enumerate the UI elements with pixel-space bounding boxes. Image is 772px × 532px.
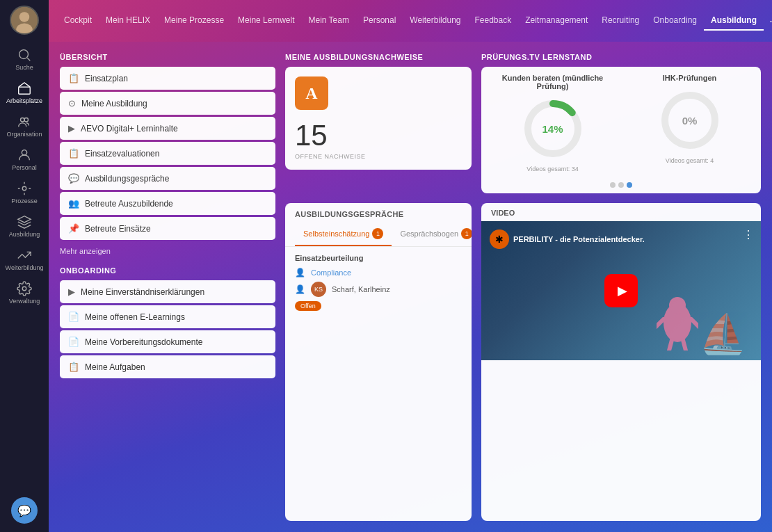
- nachweise-number: 15: [295, 121, 328, 150]
- svg-point-1: [19, 12, 29, 22]
- pruefung-footer-1: Videos gesamt: 34: [526, 166, 578, 172]
- svg-point-7: [24, 118, 29, 122]
- sidebar-item-arbeitsplaetze[interactable]: Arbeitsplätze: [0, 76, 49, 108]
- video-logo: ✱ PERBILITY - die Potenzialentdecker.: [490, 229, 645, 249]
- nav-meine-lernwelt[interactable]: Meine Lernwelt: [231, 11, 301, 31]
- sidebar-item-weiterbildung[interactable]: Weiterbildung: [0, 243, 49, 275]
- einverstaendnis-icon: ▶: [68, 287, 75, 297]
- status-badge: Offen: [295, 301, 321, 311]
- top-navigation: Cockpit Mein HELIX Meine Prozesse Meine …: [49, 0, 772, 42]
- menu-item-aevo[interactable]: ▶ AEVO Digital+ Lerninhalte: [60, 117, 275, 140]
- gespraeche-icon: 💬: [68, 173, 79, 184]
- gespraeche-content: Einsatzbeurteilung 👤 Compliance 👤 KS Sch…: [285, 247, 472, 322]
- nav-weiterbildung[interactable]: Weiterbildung: [403, 11, 467, 31]
- pruefung-title-1: Kunden beraten (mündliche Prüfung): [491, 74, 614, 90]
- nav-feedback[interactable]: Feedback: [467, 11, 518, 31]
- tab-selbsteinschaetzung[interactable]: Selbsteinschätzung 1: [295, 223, 392, 246]
- badge-selbst: 1: [372, 228, 383, 239]
- donut-2: 0%: [659, 89, 721, 152]
- menu-item-e-learnings[interactable]: 📄 Meine offenen E-Learnings: [60, 305, 275, 328]
- video-wrapper: VIDEO ✱ PERBILITY - die Potenzialentdeck…: [481, 203, 761, 521]
- svg-point-9: [22, 186, 26, 191]
- video-more-button[interactable]: ⋮: [743, 228, 754, 241]
- pruefung-wrapper: PRÜFUNGS.TV LERNSTAND Kunden beraten (mü…: [481, 53, 761, 193]
- menu-item-ausbildungsgespraeche[interactable]: 💬 Ausbildungsgespräche: [60, 167, 275, 190]
- svg-line-16: [657, 319, 664, 330]
- nav-cockpit[interactable]: Cockpit: [57, 11, 99, 31]
- avatar[interactable]: [10, 6, 39, 35]
- vorbereitung-icon: 📄: [68, 337, 79, 347]
- nav-zeitmanagement[interactable]: Zeitmanagement: [518, 11, 595, 31]
- main-content: Cockpit Mein HELIX Meine Prozesse Meine …: [49, 0, 772, 532]
- tab-gespraechsbogen[interactable]: Gesprächsbogen 1: [392, 223, 472, 246]
- gespraeche-row-link: 👤 Compliance: [295, 268, 462, 277]
- sidebar-item-organisation[interactable]: Organisation: [0, 110, 49, 142]
- pruefung-footer-2: Videos gesamt: 4: [666, 157, 714, 164]
- video-play-button[interactable]: [604, 274, 638, 307]
- content-area: ÜBERSICHT 📋 Einsatzplan ⊙ Meine Ausbildu…: [49, 42, 772, 532]
- nachweise-icon: A: [295, 76, 328, 110]
- nav-mein-helix[interactable]: Mein HELIX: [99, 11, 157, 31]
- tab-bar: Selbsteinschätzung 1 Gesprächsbogen 1: [285, 223, 472, 247]
- donut-label-2: 0%: [682, 115, 698, 127]
- gespraeche-link[interactable]: Compliance: [311, 268, 351, 277]
- nav-mein-team[interactable]: Mein Team: [301, 11, 355, 31]
- menu-item-einsatzevaluationen[interactable]: 📋 Einsatzevaluationen: [60, 142, 275, 165]
- nav-onboarding[interactable]: Onboarding: [646, 11, 704, 31]
- sidebar-item-suche[interactable]: Suche: [0, 43, 49, 75]
- menu-item-einverstaendnis[interactable]: ▶ Meine Einverständniserklärungen: [60, 280, 275, 303]
- person-name: Scharf, Karlheinz: [332, 285, 390, 293]
- betreute-icon: 👥: [68, 198, 79, 209]
- pruefung-title-2: IHK-Prüfungen: [663, 74, 717, 82]
- pruefung-section-title: PRÜFUNGS.TV LERNSTAND: [481, 53, 761, 61]
- menu-item-aufgaben[interactable]: 📋 Meine Aufgaben: [60, 355, 275, 378]
- sidebar: Suche Arbeitsplätze Organisation Persona…: [0, 0, 49, 532]
- pruefung-card: Kunden beraten (mündliche Prüfung) 14% V…: [481, 67, 761, 193]
- nachweise-section-title: MEINE AUSBILDUNGSNACHWEISE: [285, 53, 472, 61]
- gespraeche-header: AUSBILDUNGSGESPRÄCHE: [285, 203, 472, 223]
- svg-point-8: [22, 150, 26, 155]
- sidebar-item-personal[interactable]: Personal: [0, 143, 49, 175]
- mehr-anzeigen-link[interactable]: Mehr anzeigen: [60, 247, 275, 255]
- menu-item-einsatzplan[interactable]: 📋 Einsatzplan: [60, 67, 275, 90]
- svg-point-15: [669, 297, 686, 314]
- uebersicht-menu: 📋 Einsatzplan ⊙ Meine Ausbildung ▶ AEVO …: [60, 67, 275, 240]
- sidebar-item-verwaltung[interactable]: Verwaltung: [0, 277, 49, 309]
- nav-ausbildung[interactable]: Ausbildung: [704, 11, 764, 31]
- svg-line-18: [669, 340, 672, 350]
- nachweise-label: OFFENE NACHWEISE: [295, 153, 366, 160]
- menu-item-betreute-auszubildende[interactable]: 👥 Betreute Auszubildende: [60, 192, 275, 215]
- menu-item-betreute-einsaetze[interactable]: 📌 Betreute Einsätze: [60, 217, 275, 240]
- eval-icon: 📋: [68, 148, 79, 159]
- einsatzplan-icon: 📋: [68, 73, 79, 83]
- nachweise-left: A 15 OFFENE NACHWEISE: [285, 67, 424, 170]
- einsaetze-icon: 📌: [68, 223, 79, 234]
- left-panel: ÜBERSICHT 📋 Einsatzplan ⊙ Meine Ausbildu…: [60, 53, 275, 521]
- person-avatar: KS: [311, 282, 326, 297]
- sidebar-item-ausbildung[interactable]: Ausbildung: [0, 210, 49, 242]
- pruefung-item-2: IHK-Prüfungen 0% Videos gesamt: 4: [628, 74, 751, 172]
- nav-recruiting[interactable]: Recruiting: [595, 11, 646, 31]
- gespraeche-subtitle: Einsatzbeurteilung: [295, 254, 462, 262]
- dot-1[interactable]: [610, 182, 616, 188]
- aevo-icon: ▶: [68, 123, 75, 134]
- svg-point-3: [19, 50, 29, 59]
- video-logo-icon: ✱: [490, 229, 509, 249]
- sidebar-item-prozesse[interactable]: Prozesse: [0, 177, 49, 209]
- bottom-row: AUSBILDUNGSGESPRÄCHE Selbsteinschätzung …: [285, 203, 761, 521]
- menu-item-vorbereitungsdokumente[interactable]: 📄 Meine Vorbereitungsdokumente: [60, 330, 275, 353]
- chat-button[interactable]: 💬: [11, 497, 38, 524]
- onboarding-menu: ▶ Meine Einverständniserklärungen 📄 Mein…: [60, 280, 275, 378]
- svg-line-4: [27, 58, 30, 61]
- dot-3[interactable]: [627, 182, 632, 188]
- dot-2[interactable]: [618, 182, 624, 188]
- onboarding-title: ONBOARDING: [60, 266, 275, 275]
- nav-meine-prozesse[interactable]: Meine Prozesse: [157, 11, 231, 31]
- menu-item-meine-ausbildung[interactable]: ⊙ Meine Ausbildung: [60, 92, 275, 115]
- nachweise-card: A 15 OFFENE NACHWEISE: [285, 67, 472, 170]
- nav-items: Cockpit Mein HELIX Meine Prozesse Meine …: [57, 11, 764, 31]
- svg-line-19: [683, 340, 686, 350]
- nav-more-button[interactable]: ···: [764, 11, 772, 31]
- video-title: PERBILITY - die Potenzialentdecker.: [513, 235, 645, 243]
- nav-personal[interactable]: Personal: [356, 11, 403, 31]
